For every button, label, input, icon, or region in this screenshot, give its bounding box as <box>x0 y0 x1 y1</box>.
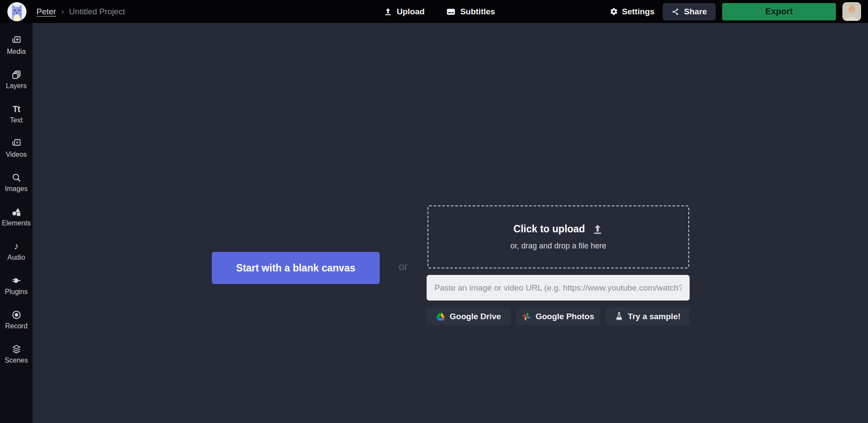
gear-icon <box>610 7 618 16</box>
google-photos-icon <box>522 312 531 321</box>
sidebar-label-plugins: Plugins <box>5 288 27 296</box>
google-photos-label: Google Photos <box>536 312 594 321</box>
audio-icon: ♪ <box>14 241 19 251</box>
sidebar-label-videos: Videos <box>6 151 27 159</box>
sidebar-label-images: Images <box>5 185 27 193</box>
plugins-icon <box>11 275 22 286</box>
start-blank-canvas-button[interactable]: Start with a blank canvas <box>212 252 380 284</box>
share-button[interactable]: Share <box>663 3 716 20</box>
try-sample-button[interactable]: Try a sample! <box>606 307 690 325</box>
sidebar-item-text[interactable]: Tt Text <box>0 103 33 124</box>
layers-icon <box>11 69 22 80</box>
or-divider-label: or <box>392 261 414 273</box>
breadcrumb: Peter › Untitled Project <box>36 7 125 17</box>
sidebar-label-record: Record <box>5 322 28 330</box>
upload-icon <box>384 7 392 16</box>
sidebar-item-record[interactable]: Record <box>0 309 33 330</box>
sidebar-item-videos[interactable]: Videos <box>0 138 33 159</box>
google-drive-icon <box>436 313 445 321</box>
sidebar-label-layers: Layers <box>6 82 26 90</box>
export-button[interactable]: Export <box>722 3 836 20</box>
settings-button[interactable]: Settings <box>610 7 654 17</box>
app-window: Peter › Untitled Project Upload Subtitle… <box>0 0 868 423</box>
header-right-actions: Settings Share Export <box>610 2 861 21</box>
record-icon <box>11 310 22 320</box>
google-photos-button[interactable]: Google Photos <box>516 307 600 325</box>
upload-button[interactable]: Upload <box>384 7 424 17</box>
share-label: Share <box>684 7 707 17</box>
sidebar-item-plugins[interactable]: Plugins <box>0 275 33 296</box>
sidebar-item-media[interactable]: Media <box>0 35 33 56</box>
videos-icon <box>11 138 22 149</box>
subtitles-icon <box>446 7 456 17</box>
top-bar: Peter › Untitled Project Upload Subtitle… <box>0 0 868 23</box>
share-icon <box>671 8 679 16</box>
sidebar-label-media: Media <box>7 48 26 56</box>
dropzone-subtitle: or, drag and drop a file here <box>510 241 606 251</box>
sidebar-label-audio: Audio <box>7 254 25 261</box>
sidebar-label-scenes: Scenes <box>5 357 28 364</box>
app-logo[interactable] <box>7 2 27 22</box>
sidebar-item-scenes[interactable]: Scenes <box>0 344 33 364</box>
breadcrumb-user-link[interactable]: Peter <box>36 7 56 17</box>
upload-dropzone[interactable]: Click to upload or, drag and drop a file… <box>427 205 689 268</box>
media-icon <box>11 35 22 46</box>
project-title[interactable]: Untitled Project <box>69 7 125 17</box>
subtitles-button[interactable]: Subtitles <box>446 7 495 17</box>
sidebar-item-elements[interactable]: Elements <box>0 206 33 227</box>
flask-icon <box>615 312 623 321</box>
user-avatar[interactable] <box>842 2 861 21</box>
sidebar-item-audio[interactable]: ♪ Audio <box>0 241 33 261</box>
sidebar-label-text: Text <box>10 116 23 124</box>
google-drive-label: Google Drive <box>450 312 501 321</box>
sidebar-label-elements: Elements <box>2 219 31 227</box>
sidebar-item-layers[interactable]: Layers <box>0 69 33 90</box>
cat-logo-icon <box>7 2 27 22</box>
user-avatar-photo <box>842 2 861 21</box>
header-center-actions: Upload Subtitles <box>384 0 495 23</box>
breadcrumb-separator-icon: › <box>61 7 64 16</box>
text-icon: Tt <box>13 104 20 114</box>
paste-url-input[interactable] <box>427 275 690 301</box>
elements-icon <box>11 207 22 217</box>
subtitles-label: Subtitles <box>460 7 495 17</box>
scenes-icon <box>11 344 22 354</box>
sidebar-item-images[interactable]: Images <box>0 172 33 193</box>
settings-label: Settings <box>622 7 654 17</box>
dropzone-title: Click to upload <box>513 223 585 235</box>
google-drive-button[interactable]: Google Drive <box>427 307 510 325</box>
upload-icon <box>592 224 603 235</box>
left-toolbar: Media Layers Tt Text Videos <box>0 23 33 423</box>
try-sample-label: Try a sample! <box>628 312 681 321</box>
import-source-buttons: Google Drive Google Photos Try a sample! <box>427 307 690 325</box>
upload-label: Upload <box>397 7 424 17</box>
images-icon <box>11 172 22 183</box>
